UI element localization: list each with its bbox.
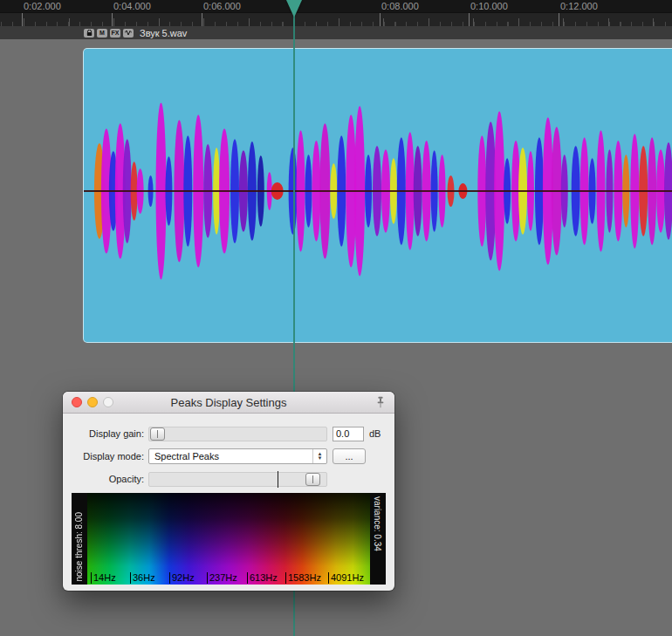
opacity-row: Opacity: — [63, 471, 386, 487]
fx-button[interactable]: FX — [110, 29, 120, 38]
display-mode-label: Display mode: — [70, 451, 144, 462]
variance-strip[interactable]: variance: 0.34 — [370, 493, 386, 585]
ruler-time-label: 0:06.000 — [203, 1, 241, 11]
more-options-button[interactable]: ... — [333, 448, 366, 464]
item-header-bar: M FX Звук 5.wav — [0, 26, 672, 39]
frequency-label: 36Hz — [130, 572, 155, 584]
ruler-time-label: 0:04.000 — [113, 1, 151, 11]
variance-label: variance: 0.34 — [373, 496, 382, 551]
mute-button[interactable]: M — [97, 29, 107, 38]
item-center-line — [84, 190, 672, 192]
ruler-time-label: 0:08.000 — [381, 1, 419, 11]
waveform-icon[interactable] — [123, 29, 134, 38]
zoom-button[interactable] — [103, 397, 113, 407]
opacity-center-tick — [278, 471, 278, 488]
gain-unit-label: dB — [369, 428, 381, 439]
frequency-label: 4091Hz — [328, 572, 364, 584]
display-gain-row: Display gain: dB — [63, 426, 386, 441]
display-gain-thumb[interactable] — [150, 427, 165, 441]
display-gain-slider[interactable] — [148, 427, 327, 441]
spectral-waveform — [84, 49, 672, 342]
noise-threshold-label: noise thresh: 8.00 — [74, 512, 84, 582]
opacity-slider[interactable] — [148, 472, 327, 487]
dialog-body: Display gain: dB Display mode: Spectral … — [63, 426, 394, 487]
ruler-time-label: 0:10.000 — [470, 1, 508, 11]
edit-cursor-marker[interactable] — [286, 0, 302, 17]
frequency-label: 237Hz — [207, 572, 237, 584]
display-mode-row: Display mode: Spectral Peaks ▲ ▼ ... — [63, 448, 386, 464]
daw-window: 0:02.0000:04.0000:06.0000:08.0000:10.000… — [0, 0, 672, 636]
gain-value-field[interactable] — [333, 427, 364, 441]
noise-threshold-strip[interactable]: noise thresh: 8.00 — [72, 493, 87, 585]
up-down-chevrons-icon: ▲ ▼ — [312, 449, 326, 463]
display-mode-value: Spectral Peaks — [154, 451, 219, 462]
dialog-titlebar[interactable]: Peaks Display Settings — [63, 392, 394, 414]
timeline-ruler[interactable]: 0:02.0000:04.0000:06.0000:08.0000:10.000… — [0, 0, 672, 26]
frequency-label: 14Hz — [91, 572, 116, 584]
dialog-title: Peaks Display Settings — [171, 396, 287, 409]
spectrum-gradient[interactable]: 14Hz36Hz92Hz237Hz613Hz1583Hz4091Hz — [87, 493, 370, 585]
spectrum-panel: noise thresh: 8.00 14Hz36Hz92Hz237Hz613H… — [72, 493, 386, 585]
frequency-label: 1583Hz — [285, 572, 321, 584]
frequency-label: 613Hz — [247, 572, 278, 584]
opacity-thumb[interactable] — [305, 473, 320, 486]
display-mode-dropdown[interactable]: Spectral Peaks ▲ ▼ — [148, 448, 327, 464]
pushpin-icon[interactable] — [374, 396, 387, 408]
minimize-button[interactable] — [87, 397, 98, 407]
ruler-time-label: 0:12.000 — [560, 1, 598, 11]
lock-icon[interactable] — [84, 29, 94, 38]
display-gain-label: Display gain: — [70, 428, 144, 439]
item-name: Звук 5.wav — [140, 28, 187, 38]
ruler-tick-band — [0, 12, 672, 26]
audio-item[interactable] — [83, 48, 672, 343]
ruler-time-label: 0:02.000 — [24, 1, 61, 11]
close-button[interactable] — [72, 397, 82, 407]
opacity-label: Opacity: — [70, 474, 144, 484]
frequency-label: 92Hz — [169, 572, 195, 584]
peaks-display-settings-dialog: Peaks Display Settings Display gain: dB … — [63, 392, 394, 591]
